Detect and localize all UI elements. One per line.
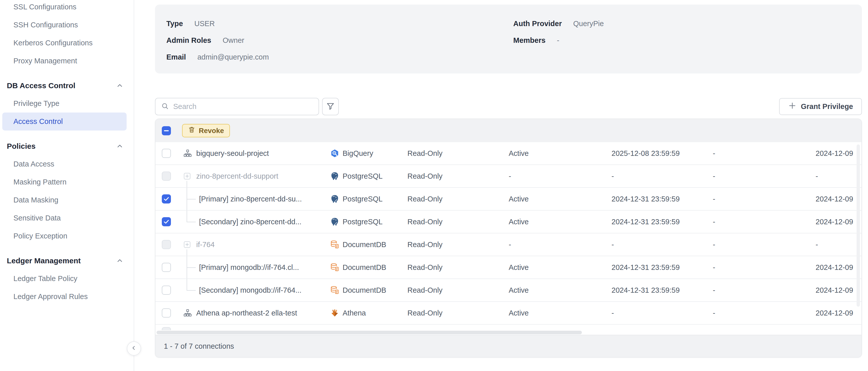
row-checkbox[interactable]	[162, 286, 171, 295]
sidebar-item-privilege-type[interactable]: Privilege Type	[0, 94, 134, 113]
info-field-type: TypeUSER	[166, 15, 513, 32]
privilege-cell: Read-Only	[407, 142, 509, 165]
sidebar-item-access-control[interactable]: Access Control	[2, 113, 127, 131]
extra-dash-cell: -	[713, 188, 815, 210]
table-row[interactable]: [Primary] zino-8percent-dd-su...PostgreS…	[155, 188, 861, 210]
sidebar-item-ledger-approval-rules[interactable]: Ledger Approval Rules	[0, 288, 134, 306]
granted-date-cell: -	[815, 233, 861, 256]
toolbar: Grant Privilege	[155, 98, 862, 115]
status-cell: Active	[509, 256, 612, 279]
sidebar-section-ledger-management[interactable]: Ledger Management	[0, 252, 134, 269]
sidebar-item-policy-exception[interactable]: Policy Exception	[0, 227, 134, 245]
expiry-date-cell: -	[612, 165, 713, 187]
status-cell-text: Active	[509, 149, 529, 158]
db-type-cell: Athena	[330, 302, 407, 324]
revoke-button[interactable]: Revoke	[182, 124, 230, 137]
postgresql-icon	[330, 172, 339, 181]
expand-plus-icon[interactable]	[183, 172, 191, 180]
table-row[interactable]: Athena ap-northeast-2 ella-testAthenaRea…	[155, 302, 861, 324]
filter-funnel-icon	[326, 102, 335, 112]
expiry-date-cell-text: -	[612, 172, 614, 180]
horizontal-scrollbar-thumb[interactable]	[156, 331, 582, 334]
info-field-admin-roles: Admin RolesOwner	[166, 32, 513, 49]
table-row[interactable]: zino-8percent-dd-supportPostgreSQLRead-O…	[155, 165, 861, 188]
table-row[interactable]: [Secondary] mongodb://if-764...DocumentD…	[155, 279, 861, 302]
documentdb-icon	[330, 286, 339, 295]
vertical-scrollbar[interactable]	[857, 144, 860, 307]
sidebar-item-kerberos-configurations[interactable]: Kerberos Configurations	[0, 34, 134, 52]
db-type-label: DocumentDB	[343, 240, 386, 249]
privilege-cell-text: Read-Only	[407, 240, 443, 249]
sidebar-section-db-access-control[interactable]: DB Access Control	[0, 77, 134, 94]
sidebar-item-ledger-table-policy[interactable]: Ledger Table Policy	[0, 269, 134, 288]
grant-privilege-button[interactable]: Grant Privilege	[779, 98, 862, 115]
table-row[interactable]: [Secondary] zino-8percent-dd...PostgreSQ…	[155, 210, 861, 233]
sidebar-item-masking-pattern[interactable]: Masking Pattern	[0, 173, 134, 191]
row-checkbox[interactable]	[162, 149, 171, 158]
extra-dash-cell-text: -	[713, 149, 715, 158]
row-checkbox[interactable]	[162, 263, 171, 272]
info-field-members: Members-	[513, 32, 862, 49]
connection-name-cell: zino-8percent-dd-support	[177, 165, 330, 187]
granted-date-cell-text: 2024-12-09	[815, 309, 853, 317]
row-checkbox[interactable]	[162, 172, 171, 181]
row-checkbox[interactable]	[162, 308, 171, 317]
connection-name-cell: [Secondary] zino-8percent-dd...	[177, 210, 330, 233]
sidebar-item-data-masking[interactable]: Data Masking	[0, 191, 134, 209]
row-checkbox[interactable]	[162, 194, 171, 203]
pagination-summary: 1 - 7 of 7 connections	[164, 342, 234, 350]
extra-dash-cell: -	[713, 233, 815, 256]
status-cell-text: Active	[509, 286, 529, 294]
table-row-partial	[155, 324, 861, 330]
row-checkbox-cell	[155, 210, 177, 233]
row-checkbox-cell	[155, 279, 177, 301]
table-row[interactable]: bigquery-seoul-projectBigQueryRead-OnlyA…	[155, 142, 861, 165]
extra-dash-cell: -	[713, 302, 815, 324]
extra-dash-cell-text: -	[713, 263, 715, 272]
row-checkbox[interactable]	[162, 217, 171, 226]
sidebar-item-ssl-configurations[interactable]: SSL Configurations	[0, 0, 134, 16]
filter-button[interactable]	[322, 98, 339, 115]
search-input[interactable]	[173, 102, 309, 111]
row-checkbox[interactable]	[162, 240, 171, 249]
sidebar-section-title: DB Access Control	[7, 81, 75, 90]
privilege-cell-text: Read-Only	[407, 286, 443, 294]
connection-name-cell: [Primary] mongodb://if-764.cl...	[177, 256, 330, 279]
granted-date-cell-text: 2024-12-09	[815, 263, 853, 272]
table-footer: 1 - 7 of 7 connections	[155, 335, 861, 357]
sidebar: SSL ConfigurationsSSH ConfigurationsKerb…	[0, 0, 134, 371]
sidebar-item-sensitive-data[interactable]: Sensitive Data	[0, 209, 134, 227]
db-type-label: DocumentDB	[343, 286, 386, 294]
sidebar-item-proxy-management[interactable]: Proxy Management	[0, 52, 134, 70]
table-row[interactable]: [Primary] mongodb://if-764.cl...Document…	[155, 256, 861, 279]
expiry-date-cell-text: -	[612, 240, 614, 249]
sidebar-collapse-button[interactable]	[127, 341, 141, 355]
row-checkbox-cell	[155, 188, 177, 210]
chevron-up-icon	[116, 82, 124, 89]
sidebar-item-ssh-configurations[interactable]: SSH Configurations	[0, 16, 134, 34]
expand-plus-icon[interactable]	[183, 241, 191, 248]
sidebar-item-data-access[interactable]: Data Access	[0, 155, 134, 173]
db-type-label: PostgreSQL	[343, 172, 382, 180]
info-field-label: Email	[166, 53, 186, 61]
expiry-date-cell-text: 2024-12-31 23:59:59	[612, 263, 680, 272]
privilege-cell-text: Read-Only	[407, 149, 443, 158]
sidebar-section-policies[interactable]: Policies	[0, 137, 134, 155]
search-box[interactable]	[155, 98, 319, 115]
sidebar-section-title: Policies	[7, 142, 35, 150]
table-row[interactable]: if-764DocumentDBRead-Only----	[155, 233, 861, 256]
expiry-date-cell-text: 2025-12-08 23:59:59	[612, 149, 680, 158]
extra-dash-cell-text: -	[713, 172, 715, 180]
documentdb-icon	[330, 263, 339, 272]
horizontal-scrollbar	[155, 330, 861, 335]
extra-dash-cell-text: -	[713, 309, 715, 317]
status-cell-text: Active	[509, 263, 529, 272]
table-rows: bigquery-seoul-projectBigQueryRead-OnlyA…	[155, 142, 861, 330]
db-type-cell: PostgreSQL	[330, 188, 407, 210]
db-type-label: DocumentDB	[343, 263, 386, 272]
status-cell-text: Active	[509, 309, 529, 317]
privilege-cell-text: Read-Only	[407, 195, 443, 203]
select-all-checkbox[interactable]	[162, 126, 171, 135]
db-type-cell: DocumentDB	[330, 256, 407, 279]
status-cell-text: -	[509, 172, 511, 180]
